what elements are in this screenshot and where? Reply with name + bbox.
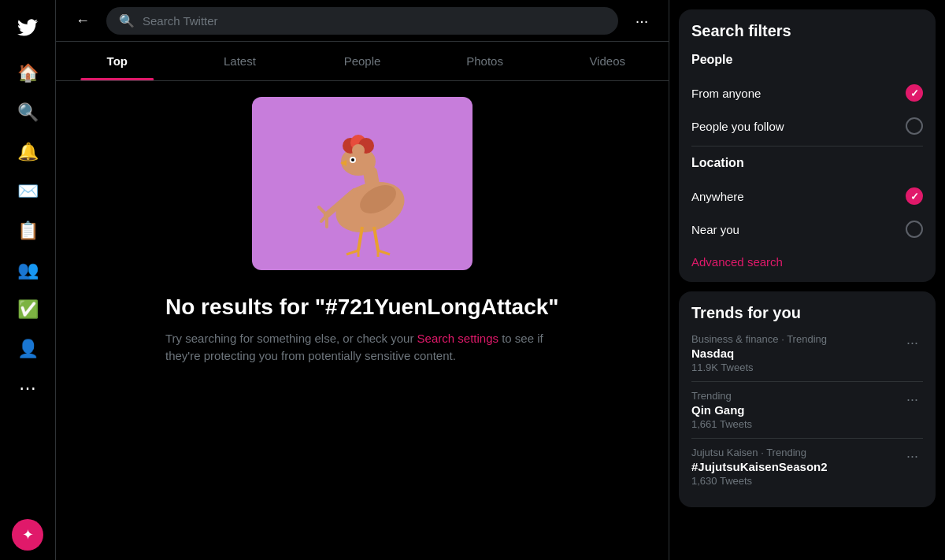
more-options-button[interactable]: ···: [628, 6, 656, 35]
no-results-description: Try searching for something else, or che…: [165, 330, 559, 365]
tab-top[interactable]: Top: [56, 42, 179, 80]
sidebar: 🏠 🔍 🔔 ✉️ 📋 👥 ✅ 👤 ⋯ ✦: [0, 0, 55, 560]
search-nav-icon[interactable]: 🔍: [9, 95, 46, 131]
trend-name-nasdaq: Nasdaq: [691, 347, 827, 360]
trend-count-jujutsu: 1,630 Tweets: [691, 475, 828, 487]
location-section-label: Location: [691, 156, 923, 170]
svg-point-8: [351, 158, 354, 161]
filter-divider: [691, 146, 923, 146]
search-settings-link[interactable]: Search settings: [417, 332, 498, 345]
trend-category-nasdaq: Business & finance · Trending: [691, 333, 827, 345]
anywhere-radio[interactable]: [906, 187, 923, 205]
no-results-illustration: [252, 97, 472, 270]
svg-point-6: [352, 144, 365, 157]
tab-videos[interactable]: Videos: [546, 42, 669, 80]
advanced-search-link[interactable]: Advanced search: [691, 246, 923, 269]
right-panel: Search filters People From anyone People…: [669, 0, 945, 560]
trend-category-qin-gang: Trending: [691, 390, 752, 402]
trend-more-button-qin-gang[interactable]: ···: [902, 390, 923, 410]
profile-nav-icon[interactable]: 👤: [9, 331, 46, 367]
search-filters-card: Search filters People From anyone People…: [679, 9, 936, 282]
people-you-follow-option[interactable]: People you follow: [691, 109, 923, 143]
trend-item-qin-gang[interactable]: Trending Qin Gang 1,661 Tweets ···: [691, 382, 923, 439]
tab-people[interactable]: People: [301, 42, 424, 80]
no-results-title: No results for "#721YuenLongAttack": [165, 294, 559, 321]
user-avatar[interactable]: ✦: [12, 519, 43, 551]
trend-count-nasdaq: 11.9K Tweets: [691, 362, 827, 373]
trend-category-jujutsu: Jujutsu Kaisen · Trending: [691, 447, 828, 458]
communities-nav-icon[interactable]: 👥: [9, 252, 46, 288]
messages-nav-icon[interactable]: ✉️: [9, 173, 46, 210]
trend-more-button-jujutsu[interactable]: ···: [902, 447, 923, 466]
near-you-radio[interactable]: [906, 221, 923, 238]
near-you-option[interactable]: Near you: [691, 213, 923, 246]
search-results-area: No results for "#721YuenLongAttack" Try …: [56, 81, 669, 560]
from-anyone-label: From anyone: [691, 87, 761, 100]
svg-line-13: [346, 250, 358, 254]
search-header: ← 🔍 #721YuenLongAttack ···: [56, 0, 669, 42]
svg-line-15: [378, 250, 390, 254]
verified-nav-icon[interactable]: ✅: [9, 291, 46, 328]
search-tabs: Top Latest People Photos Videos: [56, 42, 669, 81]
svg-line-18: [319, 207, 327, 215]
anywhere-label: Anywhere: [691, 190, 744, 203]
near-you-label: Near you: [691, 223, 739, 236]
trends-card: Trends for you Business & finance · Tren…: [679, 291, 936, 507]
people-you-follow-radio[interactable]: [906, 117, 923, 135]
back-button[interactable]: ←: [69, 6, 97, 35]
tab-latest[interactable]: Latest: [179, 42, 302, 80]
trend-count-qin-gang: 1,661 Tweets: [691, 418, 752, 430]
trend-more-button-nasdaq[interactable]: ···: [902, 333, 923, 353]
trends-title: Trends for you: [691, 304, 923, 322]
from-anyone-option[interactable]: From anyone: [691, 76, 923, 109]
search-input[interactable]: #721YuenLongAttack: [143, 14, 606, 28]
chicken-illustration: [284, 105, 441, 262]
notifications-nav-icon[interactable]: 🔔: [9, 134, 46, 170]
svg-line-12: [374, 227, 378, 250]
main-content: ← 🔍 #721YuenLongAttack ··· Top Latest Pe…: [55, 0, 669, 560]
search-icon: 🔍: [119, 13, 135, 28]
people-you-follow-label: People you follow: [691, 120, 784, 133]
trend-item-nasdaq[interactable]: Business & finance · Trending Nasdaq 11.…: [691, 325, 923, 382]
from-anyone-radio[interactable]: [906, 84, 923, 102]
anywhere-option[interactable]: Anywhere: [691, 180, 923, 213]
people-section-label: People: [691, 53, 923, 67]
search-filters-title: Search filters: [691, 22, 923, 40]
twitter-logo[interactable]: [9, 9, 46, 46]
bookmarks-nav-icon[interactable]: 📋: [9, 213, 46, 249]
trend-name-qin-gang: Qin Gang: [691, 403, 752, 417]
search-bar[interactable]: 🔍 #721YuenLongAttack: [106, 7, 618, 35]
trend-item-jujutsu[interactable]: Jujutsu Kaisen · Trending #JujutsuKaisen…: [691, 439, 923, 495]
home-nav-icon[interactable]: 🏠: [9, 55, 46, 91]
more-nav-icon[interactable]: ⋯: [9, 370, 46, 406]
tab-photos[interactable]: Photos: [424, 42, 547, 80]
trend-name-jujutsu: #JujutsuKaisenSeason2: [691, 460, 828, 473]
